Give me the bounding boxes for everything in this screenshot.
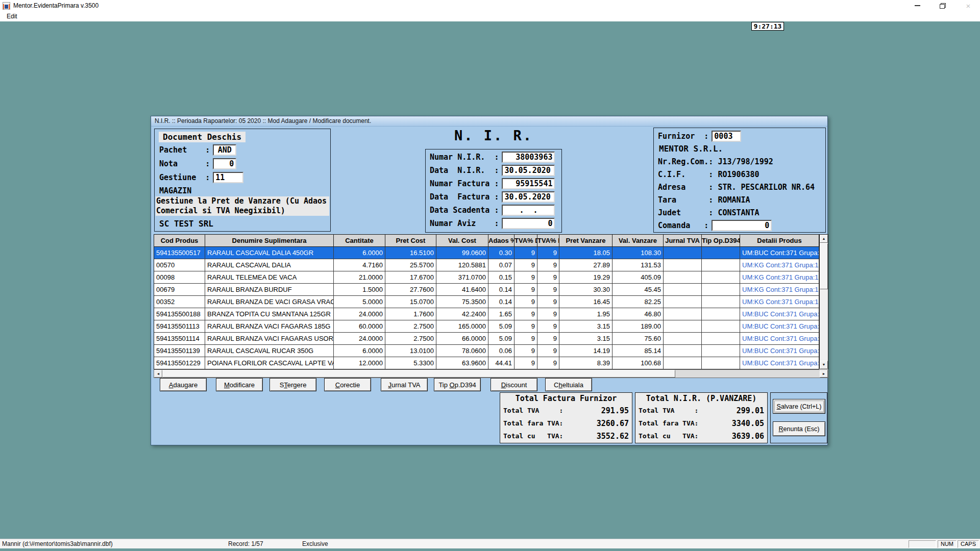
column-header-pret-vanzare[interactable]: Pret Vanzare — [559, 235, 612, 247]
close-button[interactable]: × — [962, 0, 975, 11]
table-row[interactable]: 594135500188BRANZA TOPITA CU SMANTANA 12… — [154, 308, 828, 320]
cell: 594135501139 — [154, 345, 205, 357]
horizontal-scrollbar[interactable]: ◄ ► — [154, 369, 828, 378]
table-row[interactable]: 594135501139RARAUL CASCAVAL RUCAR 350G6.… — [154, 345, 828, 357]
scroll-up-icon[interactable]: ▲ — [820, 235, 828, 243]
data-nir-input[interactable]: 30.05.2020 — [502, 165, 555, 176]
column-header-tva-n[interactable]: TVA% N — [537, 235, 559, 247]
vertical-scroll-thumb[interactable] — [820, 243, 828, 289]
screen: Mentor.EvidentaPrimara v.3500 × Edit 9:2… — [0, 0, 980, 551]
vertical-scrollbar[interactable]: ▲ ▼ — [819, 235, 828, 369]
numar-factura-input[interactable]: 95915541 — [502, 178, 555, 189]
cell — [702, 296, 740, 308]
cell — [664, 308, 702, 320]
table-row[interactable]: 594135501114RARAUL BRANZA VACI FAGARAS U… — [154, 333, 828, 345]
cell: 00570 — [154, 259, 205, 271]
cell: UM:BUC Cont:371 Grupa:18 — [740, 345, 819, 357]
nota-input[interactable]: 0 — [213, 158, 236, 169]
cheltuiala-button[interactable]: Cheltuiala — [545, 378, 592, 391]
minimize-button[interactable] — [911, 0, 924, 11]
comanda-label: Comanda : — [658, 221, 708, 230]
column-header-tip-op-d394[interactable]: Tip Op.D394 — [702, 235, 740, 247]
gestiune-label: Gestiune : — [159, 173, 210, 182]
cell: 120.5881 — [436, 259, 488, 271]
column-header-cod-produs[interactable]: Cod Produs — [154, 235, 205, 247]
numar-aviz-input[interactable]: 0 — [502, 218, 555, 229]
modificare-button[interactable]: Modificare — [216, 378, 263, 391]
comanda-input[interactable]: 0 — [712, 220, 772, 231]
furnizor-label: Furnizor : — [658, 132, 708, 141]
scroll-left-icon[interactable]: ◄ — [154, 370, 162, 378]
cell: 0.07 — [488, 259, 514, 271]
cell: UM:KG Cont:371 Grupa:18 I — [740, 259, 819, 271]
pachet-row: Pachet : AND — [155, 143, 330, 157]
cell: UM:KG Cont:371 Grupa:18 I — [740, 296, 819, 308]
column-header-val-cost[interactable]: Val. Cost — [436, 235, 488, 247]
gestiune-row: Gestiune : 11 — [155, 170, 330, 184]
minimize-icon — [915, 5, 920, 6]
totals-row: Total TVA : 291.95 — [500, 404, 632, 417]
numar-nir-input[interactable]: 38003963 — [502, 152, 555, 163]
restore-button[interactable] — [936, 0, 949, 11]
discount-button[interactable]: Discount — [491, 378, 537, 391]
jurnal-tva-button[interactable]: Jurnal TVA — [381, 378, 428, 391]
gestiune-input[interactable]: 11 — [213, 172, 243, 183]
cell: 9 — [537, 259, 559, 271]
cell: 5.09 — [488, 320, 514, 333]
menu-edit[interactable]: Edit — [5, 12, 19, 20]
total-cu-tva-value: 3639.06 — [732, 432, 764, 441]
cell: POIANA FLORILOR CASCAVAL LAPTE VACA — [205, 357, 334, 369]
cell: 82.25 — [612, 296, 664, 308]
furnizor-input[interactable]: 0003 — [712, 131, 741, 142]
nr-reg-com-label: Nr.Reg.Com.: — [658, 157, 713, 166]
salvare-button[interactable]: Salvare (Ctrl+L) — [773, 399, 825, 414]
adresa-row: Adresa : STR. PESCARILOR NR.64 — [654, 181, 825, 193]
cell — [702, 357, 740, 369]
cell: 46.80 — [612, 308, 664, 320]
data-factura-input[interactable]: 30.05.2020 — [502, 191, 555, 203]
data-scadenta-input[interactable]: . . — [502, 205, 555, 216]
column-header-detalii-produs[interactable]: Detalii Produs — [740, 235, 819, 247]
pachet-input[interactable]: AND — [213, 144, 236, 156]
table-row[interactable]: 594135501113RARAUL BRANZA VACI FAGARAS 1… — [154, 320, 828, 333]
column-header-denumire-suplimentara[interactable]: Denumire Suplimentara — [205, 235, 334, 247]
column-header-cantitate[interactable]: Cantitate — [334, 235, 385, 247]
cell: 4.7160 — [334, 259, 385, 271]
cell: 9 — [514, 271, 537, 284]
tip-op-d394-button[interactable]: Tip Op.D394 — [434, 378, 481, 391]
cell: 1.7600 — [385, 308, 436, 320]
table-row[interactable]: 00679RARAUL BRANZA BURDUF1.500027.760041… — [154, 284, 828, 296]
numar-factura-label: Numar Factura : — [430, 179, 499, 188]
scroll-right-icon[interactable]: ► — [820, 370, 828, 378]
table-row[interactable]: 00570RARAUL CASCAVAL DALIA4.716025.57001… — [154, 259, 828, 271]
cell: 9 — [537, 333, 559, 345]
totals-factura-panel: Total Factura Furnizor Total TVA : 291.9… — [500, 392, 632, 443]
adaugare-button[interactable]: Adaugare — [160, 378, 207, 391]
cell: 594135501113 — [154, 320, 205, 333]
cell: 60.0000 — [334, 320, 385, 333]
cell — [664, 271, 702, 284]
numar-aviz-label: Numar Aviz : — [430, 219, 499, 228]
column-header-jurnal-tva[interactable]: Jurnal TVA — [664, 235, 702, 247]
column-header-adaos[interactable]: Adaos % — [488, 235, 514, 247]
statusbar-mode: Exclusive — [302, 540, 328, 547]
horizontal-scroll-thumb[interactable] — [162, 370, 675, 378]
cell — [664, 259, 702, 271]
cell: 12.0000 — [334, 357, 385, 369]
column-header-tva-d[interactable]: TVA% D — [514, 235, 537, 247]
cell: 6.0000 — [334, 247, 385, 259]
renunta-button[interactable]: Renunta (Esc) — [773, 421, 825, 436]
table-row[interactable]: 594135500517RARAUL CASCAVAL DALIA 450GR6… — [154, 247, 828, 259]
total-cu-tva-label: Total cu TVA: — [639, 432, 698, 440]
clock: 9:27:13 — [751, 22, 784, 31]
stergere-button[interactable]: STergere — [270, 378, 316, 391]
table-row[interactable]: 00352RARAUL BRANZA DE VACI GRASA VRAC5.0… — [154, 296, 828, 308]
total-tva-label: Total TVA : — [503, 407, 563, 414]
scroll-down-icon[interactable]: ▼ — [820, 361, 828, 369]
column-header-val-vanzare[interactable]: Val. Vanzare — [612, 235, 664, 247]
column-header-pret-cost[interactable]: Pret Cost — [385, 235, 436, 247]
table-row[interactable]: 594135501229POIANA FLORILOR CASCAVAL LAP… — [154, 357, 828, 369]
table-row[interactable]: 00098RARAUL TELEMEA DE VACA21.000017.670… — [154, 271, 828, 284]
table-body: 594135500517RARAUL CASCAVAL DALIA 450GR6… — [154, 247, 828, 369]
corectie-button[interactable]: Corectie — [324, 378, 371, 391]
